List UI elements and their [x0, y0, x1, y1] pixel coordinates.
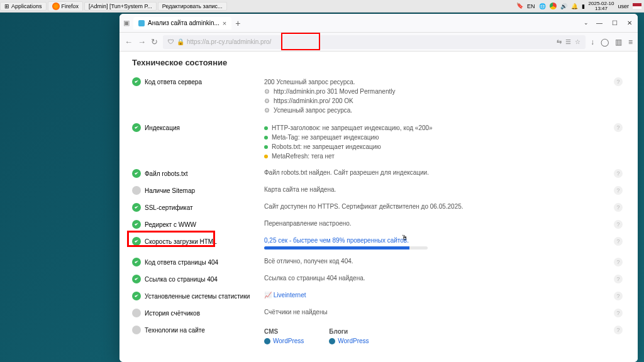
close-button[interactable]: ✕: [625, 19, 634, 26]
globe-icon[interactable]: 🌐: [539, 3, 546, 9]
value: http://adminkin.pro 301 Moved Permanentl…: [274, 88, 395, 95]
toolbar-icons: ↓ ◯ ▥ ≡: [591, 38, 633, 47]
help-icon[interactable]: ?: [614, 77, 623, 86]
help-icon[interactable]: ?: [614, 309, 623, 317]
label: Установленные системы статистики: [145, 293, 250, 300]
nav-back-button[interactable]: ←: [125, 37, 133, 47]
browser-window: ▣ Анализ сайта adminkin... × + ⌄ — ☐ ✕ ←…: [119, 14, 638, 362]
value: HTTP-заголовок: не запрещает индексацию,…: [272, 124, 433, 131]
help-icon[interactable]: ?: [614, 123, 623, 132]
url-right-icons: ⇆ ☰ ☆: [557, 38, 580, 45]
taskbar-task-admin[interactable]: [Admin] [Tun+System P...: [84, 2, 157, 11]
minimize-button[interactable]: —: [595, 19, 604, 26]
row-response-code: Код ответа сервера 200 Успешный запрос р…: [132, 74, 625, 119]
help-icon[interactable]: ?: [614, 258, 623, 266]
label: SSL-сертификат: [145, 204, 193, 211]
taskbar-firefox[interactable]: Firefox: [48, 1, 84, 11]
taskbar-right: 🔖 EN 🌐 🔊 🔔 ▮ 2025-02-10 13:47 user: [516, 1, 644, 11]
check-icon: [132, 169, 141, 178]
gear-icon: ⚙: [264, 107, 270, 114]
check-icon: [132, 77, 141, 86]
value[interactable]: Liveinternet: [274, 292, 306, 299]
browser-titlebar: ▣ Анализ сайта adminkin... × + ⌄ — ☐ ✕: [119, 14, 638, 33]
help-icon[interactable]: ?: [614, 237, 623, 246]
value: Robots.txt: не запрещает индексацию: [272, 143, 381, 150]
page-content[interactable]: Техническое состояние Код ответа сервера…: [119, 52, 638, 362]
browser-toolbar: ← → ↻ 🛡 🔒 https://a.pr-cy.ru/adminkin.pr…: [119, 33, 638, 52]
tech-column-cms: CMS WordPress: [264, 328, 304, 344]
star-icon[interactable]: ☆: [575, 38, 580, 45]
user-label[interactable]: user: [618, 3, 629, 9]
tray-icon-bookmark[interactable]: 🔖: [516, 3, 523, 9]
help-icon[interactable]: ?: [614, 292, 623, 300]
speed-progress-bar: [264, 246, 428, 250]
tech-column-blogs: Блоги WordPress: [329, 328, 369, 344]
tab-close-icon[interactable]: ×: [223, 19, 226, 27]
task-label: [Admin] [Tun+System P...: [89, 3, 152, 9]
row-www-redirect: Редирект с WWW Перенаправление настроено…: [132, 216, 625, 233]
nav-forward-button[interactable]: →: [138, 37, 146, 47]
os-taskbar: ⊞ Applications Firefox [Admin] [Tun+Syst…: [0, 0, 644, 13]
sidebar-toggle-icon[interactable]: ▣: [123, 19, 130, 27]
shield-icon[interactable]: 🛡: [168, 38, 174, 45]
value: Meta-Tag: не запрещает индексацию: [272, 134, 379, 141]
url-bar[interactable]: 🛡 🔒 https://a.pr-cy.ru/adminkin.pro/ ⇆ ☰…: [163, 35, 586, 49]
time-text: 13:47: [595, 6, 608, 11]
label: Наличие Sitemap: [145, 187, 195, 194]
value: 200 Успешный запрос ресурса.: [264, 79, 355, 85]
value: 0,25 сек - быстрее чем 89% проверенных с…: [264, 237, 409, 244]
nav-reload-button[interactable]: ↻: [151, 37, 158, 47]
library-icon[interactable]: ▥: [615, 38, 622, 47]
applications-menu[interactable]: ⊞ Applications: [0, 2, 47, 11]
tech-item[interactable]: WordPress: [329, 337, 369, 344]
column-title: Блоги: [329, 328, 369, 335]
value: Всё отлично, получен код 404.: [264, 258, 353, 265]
label: Технологии на сайте: [145, 327, 205, 334]
menu-icon[interactable]: ≡: [628, 38, 633, 47]
download-icon[interactable]: ↓: [591, 38, 594, 47]
help-icon[interactable]: ?: [614, 169, 623, 178]
gear-icon: ⚙: [264, 97, 270, 104]
gear-icon: ⚙: [264, 88, 270, 95]
tech-item[interactable]: WordPress: [264, 337, 304, 344]
row-404-code: Код ответа страницы 404 Всё отлично, пол…: [132, 253, 625, 270]
row-ssl: SSL-сертификат Сайт доступен по HTTPS. С…: [132, 199, 625, 216]
help-icon[interactable]: ?: [614, 203, 623, 212]
volume-icon[interactable]: 🔊: [560, 3, 567, 9]
column-title: CMS: [264, 328, 304, 335]
new-tab-button[interactable]: +: [235, 18, 240, 28]
help-icon[interactable]: ?: [614, 220, 623, 229]
url-text: https://a.pr-cy.ru/adminkin.pro/: [187, 38, 271, 45]
help-icon[interactable]: ?: [614, 275, 623, 283]
row-counters: История счётчиков Счётчики не найдены ?: [132, 304, 625, 321]
chevron-down-icon[interactable]: ⌄: [584, 19, 589, 26]
bell-icon[interactable]: 🔔: [571, 3, 578, 9]
help-icon[interactable]: ?: [614, 326, 623, 334]
lock-icon[interactable]: 🔒: [177, 38, 184, 45]
wordpress-icon: [329, 338, 335, 344]
taskbar-task-edit[interactable]: Редактировать запис...: [158, 2, 227, 11]
neutral-icon: [132, 186, 141, 195]
value: Файл robots.txt найден. Сайт разрешен дл…: [264, 169, 429, 176]
network-icon[interactable]: ▮: [582, 3, 585, 9]
flag-icon: [633, 3, 641, 9]
firefox-label: Firefox: [62, 3, 79, 9]
chrome-icon[interactable]: [550, 3, 557, 9]
translate-icon[interactable]: ⇆: [557, 38, 562, 45]
value: https://adminkin.pro/ 200 OK: [274, 97, 353, 104]
neutral-icon: [132, 326, 141, 334]
tab-title: Анализ сайта adminkin...: [148, 19, 219, 26]
help-icon[interactable]: ?: [614, 186, 623, 195]
account-icon[interactable]: ◯: [601, 38, 609, 47]
maximize-button[interactable]: ☐: [610, 19, 619, 26]
clock[interactable]: 2025-02-10 13:47: [589, 1, 614, 11]
lang-indicator[interactable]: EN: [527, 3, 535, 9]
label: Файл robots.txt: [145, 170, 188, 177]
value: Счётчики не найдены: [264, 309, 328, 315]
check-icon: [132, 258, 141, 266]
reader-icon[interactable]: ☰: [565, 38, 571, 45]
label: Код ответа сервера: [145, 79, 202, 85]
value: MetaRefresh: тега нет: [272, 153, 335, 160]
browser-tab[interactable]: Анализ сайта adminkin... ×: [133, 17, 231, 30]
grid-icon: ⊞: [4, 3, 9, 9]
